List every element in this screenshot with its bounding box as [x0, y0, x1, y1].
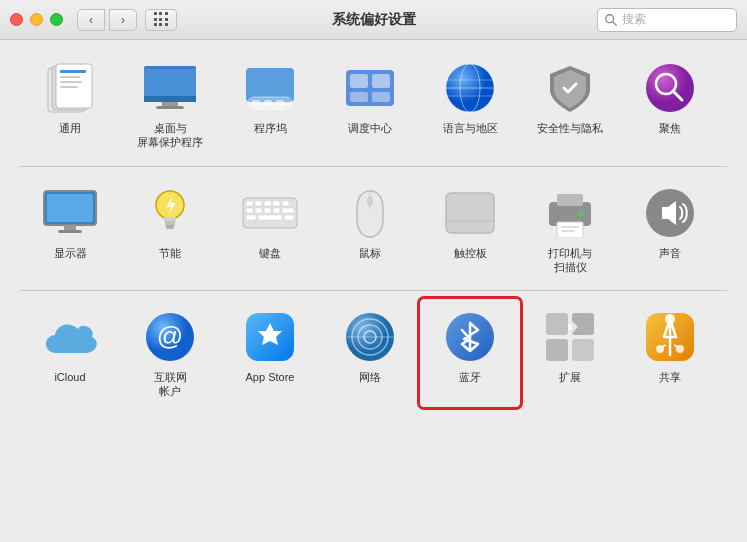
- sound-label: 声音: [659, 246, 681, 260]
- pref-internet-accounts[interactable]: @ 互联网帐户: [120, 299, 220, 407]
- close-button[interactable]: [10, 13, 23, 26]
- section2-grid: 显示器 节能: [20, 175, 727, 283]
- svg-rect-46: [282, 201, 289, 206]
- bluetooth-icon: [442, 309, 498, 365]
- pref-sharing[interactable]: 共享: [620, 299, 720, 407]
- svg-rect-5: [60, 70, 86, 73]
- keyboard-icon: [242, 185, 298, 241]
- pref-extension[interactable]: 扩展: [520, 299, 620, 407]
- pref-sound[interactable]: 声音: [620, 175, 720, 283]
- svg-rect-17: [264, 100, 272, 106]
- pref-trackpad[interactable]: 触控板: [420, 175, 520, 283]
- svg-rect-40: [166, 225, 174, 229]
- svg-rect-36: [58, 230, 82, 233]
- sharing-label: 共享: [659, 370, 681, 384]
- svg-rect-62: [561, 226, 579, 228]
- pref-icloud[interactable]: iCloud: [20, 299, 120, 407]
- back-button[interactable]: ‹: [77, 9, 105, 31]
- forward-button[interactable]: ›: [109, 9, 137, 31]
- svg-rect-51: [282, 208, 294, 213]
- printer-label: 打印机与扫描仪: [548, 246, 592, 275]
- section3-grid: iCloud @ 互联网帐户: [20, 299, 727, 407]
- pref-general[interactable]: 通用: [20, 50, 120, 158]
- svg-rect-48: [255, 208, 262, 213]
- sharing-icon: [642, 309, 698, 365]
- spotlight-label: 聚焦: [659, 121, 681, 135]
- minimize-button[interactable]: [30, 13, 43, 26]
- svg-point-56: [367, 196, 373, 206]
- mouse-icon: [342, 185, 398, 241]
- svg-rect-78: [572, 339, 594, 361]
- internet-accounts-icon: @: [142, 309, 198, 365]
- pref-bluetooth[interactable]: 蓝牙: [420, 299, 520, 407]
- network-icon: [342, 309, 398, 365]
- svg-rect-8: [60, 86, 78, 88]
- section1-grid: 通用 桌面与屏幕保护程序: [20, 50, 727, 158]
- svg-rect-50: [273, 208, 280, 213]
- svg-rect-6: [60, 76, 80, 78]
- maximize-button[interactable]: [50, 13, 63, 26]
- svg-text:@: @: [157, 321, 183, 351]
- divider-2: [20, 290, 727, 291]
- extension-icon: [542, 309, 598, 365]
- svg-rect-63: [561, 230, 575, 232]
- appstore-icon: [242, 309, 298, 365]
- svg-rect-75: [546, 313, 568, 335]
- svg-point-30: [646, 64, 694, 112]
- svg-rect-54: [284, 215, 294, 220]
- icloud-icon: [42, 309, 98, 365]
- svg-rect-43: [255, 201, 262, 206]
- svg-rect-77: [546, 339, 568, 361]
- svg-rect-49: [264, 208, 271, 213]
- security-icon: [542, 60, 598, 116]
- pref-display[interactable]: 显示器: [20, 175, 120, 283]
- trackpad-label: 触控板: [454, 246, 487, 260]
- svg-rect-34: [47, 194, 93, 222]
- search-icon: [604, 13, 618, 27]
- divider-1: [20, 166, 727, 167]
- pref-dock[interactable]: 程序坞: [220, 50, 320, 158]
- pref-desktop[interactable]: 桌面与屏幕保护程序: [120, 50, 220, 158]
- svg-rect-13: [156, 106, 184, 109]
- svg-rect-21: [372, 74, 390, 88]
- desktop-icon: [142, 60, 198, 116]
- pref-language[interactable]: 语言与地区: [420, 50, 520, 158]
- mission-control-icon: [342, 60, 398, 116]
- desktop-label: 桌面与屏幕保护程序: [137, 121, 203, 150]
- energy-icon: [142, 185, 198, 241]
- energy-label: 节能: [159, 246, 181, 260]
- svg-rect-44: [264, 201, 271, 206]
- keyboard-label: 键盘: [259, 246, 281, 260]
- printer-icon: [542, 185, 598, 241]
- icloud-label: iCloud: [54, 370, 85, 384]
- svg-rect-18: [276, 100, 284, 106]
- search-box[interactable]: 搜索: [597, 8, 737, 32]
- pref-network[interactable]: 网络: [320, 299, 420, 407]
- svg-rect-52: [246, 215, 256, 220]
- svg-rect-22: [350, 92, 368, 102]
- pref-energy[interactable]: 节能: [120, 175, 220, 283]
- pref-printer[interactable]: 打印机与扫描仪: [520, 175, 620, 283]
- section-personal: 通用 桌面与屏幕保护程序: [20, 50, 727, 158]
- window-title: 系统偏好设置: [332, 11, 416, 29]
- trackpad-icon: [442, 185, 498, 241]
- section-internet: iCloud @ 互联网帐户: [20, 299, 727, 407]
- pref-mouse[interactable]: 鼠标: [320, 175, 420, 283]
- svg-rect-16: [252, 100, 260, 106]
- content-area: 通用 桌面与屏幕保护程序: [0, 40, 747, 421]
- svg-rect-20: [350, 74, 368, 88]
- svg-rect-45: [273, 201, 280, 206]
- pref-keyboard[interactable]: 键盘: [220, 175, 320, 283]
- svg-line-1: [613, 21, 617, 25]
- svg-rect-23: [372, 92, 390, 102]
- grid-icon: [154, 12, 169, 27]
- pref-security[interactable]: 安全性与隐私: [520, 50, 620, 158]
- all-prefs-button[interactable]: [145, 9, 177, 31]
- titlebar: ‹ › 系统偏好设置 搜索: [0, 0, 747, 40]
- mission-control-label: 调度中心: [348, 121, 392, 135]
- pref-mission-control[interactable]: 调度中心: [320, 50, 420, 158]
- mouse-label: 鼠标: [359, 246, 381, 260]
- pref-spotlight[interactable]: 聚焦: [620, 50, 720, 158]
- svg-rect-47: [246, 208, 253, 213]
- pref-appstore[interactable]: App Store: [220, 299, 320, 407]
